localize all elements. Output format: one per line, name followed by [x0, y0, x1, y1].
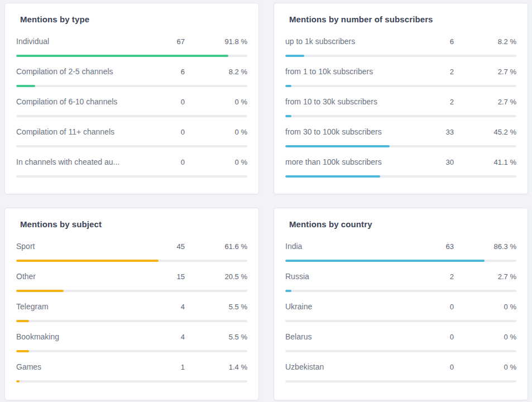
stat-row-header: Compilation of 6-10 channels 0 0 %	[16, 97, 247, 108]
row-count: 63	[420, 242, 454, 251]
row-percent: 61.6 %	[185, 242, 247, 251]
row-percent: 0 %	[185, 98, 247, 106]
row-count: 0	[420, 333, 454, 341]
stat-rows: Sport 45 61.6 % Other 15 20.5 % Telegram…	[16, 242, 247, 382]
stat-row-header: In channels with cheated au... 0 0 %	[16, 157, 247, 169]
row-percent: 8.2 %	[185, 68, 247, 76]
stat-row-header: from 1 to 10k subscribers 2 2.7 %	[285, 67, 516, 78]
stat-row-header: Bookmaking 4 5.5 %	[16, 332, 247, 343]
row-percent: 8.2 %	[454, 37, 516, 46]
row-label: Compilation of 6-10 channels	[16, 97, 151, 106]
row-count: 2	[420, 272, 454, 281]
progress-bar-track	[16, 380, 247, 382]
row-percent: 0 %	[185, 128, 247, 136]
progress-bar-track	[16, 320, 247, 322]
progress-bar-track	[16, 350, 247, 352]
progress-bar-track	[16, 290, 247, 292]
row-label: Individual	[16, 37, 151, 46]
card-title: Mentions by type	[20, 15, 247, 24]
row-count: 33	[420, 128, 454, 136]
stat-row-header: Telegram 4 5.5 %	[16, 302, 247, 313]
stat-row-header: Uzbekistan 0 0 %	[285, 362, 516, 374]
progress-bar-track	[285, 350, 516, 352]
progress-bar-track	[285, 290, 516, 292]
row-label: up to 1k subscribers	[285, 37, 420, 46]
row-label: Uzbekistan	[285, 362, 420, 371]
row-label: Games	[16, 362, 151, 371]
stat-rows: up to 1k subscribers 6 8.2 % from 1 to 1…	[285, 37, 516, 178]
stat-row: Belarus 0 0 %	[285, 332, 516, 352]
row-label: Belarus	[285, 332, 420, 341]
stat-row: India 63 86.3 %	[285, 242, 516, 262]
progress-bar-track	[16, 85, 247, 87]
stat-row: up to 1k subscribers 6 8.2 %	[285, 37, 516, 57]
row-percent: 20.5 %	[185, 272, 247, 281]
row-label: from 30 to 100k subscribers	[285, 127, 420, 136]
stat-row-header: Compilation of 2-5 channels 6 8.2 %	[16, 67, 247, 78]
row-percent: 5.5 %	[185, 303, 247, 311]
progress-bar-fill	[285, 290, 291, 292]
stat-row-header: Ukraine 0 0 %	[285, 302, 516, 313]
row-percent: 0 %	[454, 363, 516, 371]
progress-bar-fill	[285, 175, 380, 178]
stat-rows: India 63 86.3 % Russia 2 2.7 % Ukraine 0…	[285, 242, 516, 382]
row-percent: 2.7 %	[454, 98, 516, 106]
stat-row: In channels with cheated au... 0 0 %	[16, 157, 247, 178]
row-label: Compilation of 11+ channels	[16, 127, 151, 136]
stat-row-header: Compilation of 11+ channels 0 0 %	[16, 127, 247, 138]
row-count: 0	[151, 98, 185, 106]
row-label: Other	[16, 272, 151, 281]
progress-bar-fill	[16, 350, 29, 352]
row-count: 0	[151, 158, 185, 166]
row-percent: 0 %	[185, 158, 247, 166]
stat-row: Sport 45 61.6 %	[16, 242, 247, 262]
row-count: 4	[151, 333, 185, 341]
stat-card-mentions-by-subject: Mentions by subject Sport 45 61.6 % Othe…	[4, 208, 259, 400]
row-percent: 0 %	[454, 303, 516, 311]
progress-bar-track	[285, 260, 516, 262]
progress-bar-fill	[16, 320, 29, 322]
row-label: In channels with cheated au...	[16, 157, 151, 166]
row-percent: 91.8 %	[185, 37, 247, 46]
progress-bar-fill	[16, 85, 35, 87]
row-count: 45	[151, 242, 185, 251]
progress-bar-track	[285, 175, 516, 178]
row-count: 0	[420, 303, 454, 311]
stat-row: from 1 to 10k subscribers 2 2.7 %	[285, 67, 516, 87]
row-label: Bookmaking	[16, 332, 151, 341]
row-count: 1	[151, 363, 185, 371]
progress-bar-fill	[285, 260, 485, 262]
row-percent: 1.4 %	[185, 363, 247, 371]
progress-bar-fill	[285, 145, 390, 147]
stat-row: more than 100k subscribers 30 41.1 %	[285, 157, 516, 178]
stat-row: Compilation of 11+ channels 0 0 %	[16, 127, 247, 147]
row-percent: 2.7 %	[454, 272, 516, 281]
progress-bar-track	[16, 260, 247, 262]
progress-bar-track	[16, 115, 247, 117]
progress-bar-track	[285, 145, 516, 147]
row-count: 0	[420, 363, 454, 371]
row-count: 6	[420, 37, 454, 46]
row-count: 30	[420, 158, 454, 166]
stat-row: Ukraine 0 0 %	[285, 302, 516, 322]
stat-row: Other 15 20.5 %	[16, 272, 247, 292]
stat-row-header: Belarus 0 0 %	[285, 332, 516, 343]
progress-bar-track	[285, 85, 516, 87]
progress-bar-fill	[16, 290, 64, 292]
stat-row: Games 1 1.4 %	[16, 362, 247, 382]
row-percent: 41.1 %	[454, 158, 516, 166]
stat-row: Compilation of 6-10 channels 0 0 %	[16, 97, 247, 117]
progress-bar-track	[16, 175, 247, 178]
progress-bar-track	[285, 115, 516, 117]
row-label: India	[285, 242, 420, 251]
row-count: 2	[420, 68, 454, 76]
progress-bar-fill	[16, 260, 159, 262]
row-percent: 2.7 %	[454, 68, 516, 76]
stat-row-header: up to 1k subscribers 6 8.2 %	[285, 37, 516, 48]
card-title: Mentions by country	[289, 219, 516, 229]
progress-bar-fill	[16, 380, 20, 382]
row-percent: 5.5 %	[185, 333, 247, 341]
stat-row-header: Other 15 20.5 %	[16, 272, 247, 283]
stat-row: Individual 67 91.8 %	[16, 37, 247, 57]
card-title: Mentions by subject	[20, 219, 247, 229]
